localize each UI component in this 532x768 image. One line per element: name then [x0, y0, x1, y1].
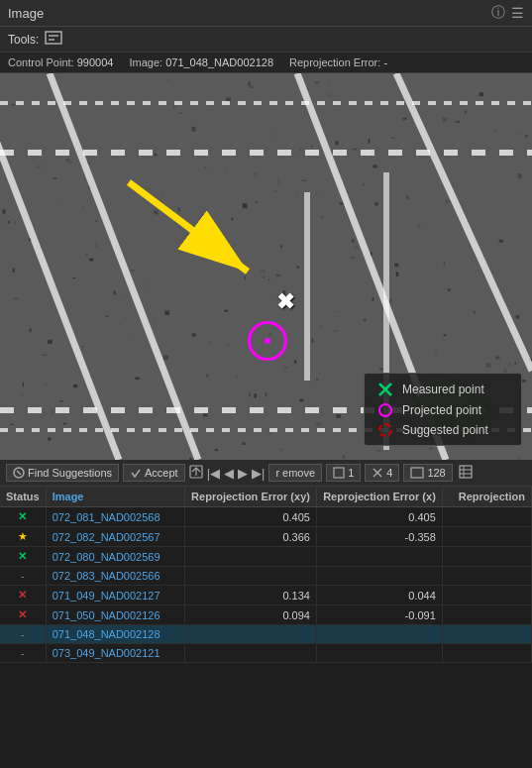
projected-label: Projected point [402, 403, 481, 417]
counter-x: 4 [365, 464, 399, 482]
cell-status: - [0, 567, 46, 586]
cell-repro [442, 625, 531, 644]
cell-repro-x: -0.091 [316, 605, 442, 625]
remove-label: r [275, 467, 279, 479]
cell-repro-x [316, 644, 442, 663]
image-viewport[interactable]: ✖ Measured point Projected point Suggest… [0, 73, 532, 460]
col-header-repro-x: Reprojection Error (x) [316, 487, 442, 507]
cell-status: ✕ [0, 605, 46, 625]
table-row[interactable]: - 071_048_NAD002128 [0, 625, 532, 644]
measured-label: Measured point [402, 383, 484, 396]
table-row[interactable]: ★ 072_082_NAD002567 0.366 -0.358 [0, 527, 532, 547]
tools-bar: Tools: [0, 27, 532, 53]
nav-prev-icon[interactable]: ◀ [224, 466, 234, 481]
cell-repro-x: -0.358 [316, 527, 442, 547]
remove-button[interactable]: remove [268, 464, 322, 482]
help-icon[interactable]: ⓘ [491, 4, 505, 22]
tools-icon[interactable] [45, 30, 62, 49]
nav-next-icon[interactable]: ▶ [238, 466, 248, 481]
legend-projected: Projected point [376, 403, 509, 417]
cell-repro [442, 605, 531, 625]
table-view-icon[interactable] [459, 465, 473, 481]
cell-repro [442, 507, 531, 527]
find-suggestions-button[interactable]: Find Suggestions [6, 464, 119, 482]
magenta-projected-circle [248, 321, 287, 361]
suggested-label: Suggested point [402, 423, 488, 437]
cell-image: 072_080_NAD002569 [46, 547, 184, 567]
toolbar-transfer-icon[interactable] [189, 465, 203, 481]
cell-repro-x [316, 625, 442, 644]
cell-image: 072_083_NAD002566 [46, 567, 184, 586]
svg-rect-11 [334, 468, 344, 478]
suggested-icon [376, 423, 394, 437]
data-table-wrapper[interactable]: Status Image Reprojection Error (xy) Rep… [0, 487, 532, 705]
info-bar: Control Point: 990004 Image: 071_048_NAD… [0, 53, 532, 73]
table-row[interactable]: ✕ 071_049_NAD002127 0.134 0.044 [0, 586, 532, 605]
status-icon: - [21, 628, 25, 640]
window-title: Image [8, 6, 44, 21]
cell-status: - [0, 625, 46, 644]
cell-repro [442, 586, 531, 605]
col-header-image: Image [46, 487, 184, 507]
table-row[interactable]: - 073_049_NAD002121 [0, 644, 532, 663]
tools-label: Tools: [8, 33, 39, 47]
status-icon: ✕ [18, 589, 27, 601]
status-icon: - [21, 647, 25, 659]
table-row[interactable]: ✕ 072_080_NAD002569 [0, 547, 532, 567]
svg-rect-15 [460, 466, 472, 478]
cell-repro-xy: 0.094 [184, 605, 316, 625]
cell-repro-xy: 0.405 [184, 507, 316, 527]
measured-icon [376, 382, 394, 397]
crosshair-x-mark: ✖ [272, 289, 298, 315]
cell-repro [442, 527, 531, 547]
title-bar-icons: ⓘ ☰ [491, 4, 524, 22]
status-icon: ✕ [18, 608, 27, 620]
accept-button[interactable]: Accept [123, 464, 185, 482]
cell-status: ✕ [0, 547, 46, 567]
control-point-label: Control Point: 990004 [8, 56, 113, 68]
col-header-repro-xy: Reprojection Error (xy) [184, 487, 316, 507]
cell-repro-xy [184, 547, 316, 567]
counter-128: 128 [403, 464, 452, 482]
table-row[interactable]: ✕ 072_081_NAD002568 0.405 0.405 [0, 507, 532, 527]
cell-repro [442, 644, 531, 663]
status-icon: ✕ [18, 510, 27, 522]
cell-status: - [0, 644, 46, 663]
cell-image: 071_050_NAD002126 [46, 605, 184, 625]
title-bar: Image ⓘ ☰ [0, 0, 532, 27]
cell-image: 071_048_NAD002128 [46, 625, 184, 644]
svg-line-8 [17, 471, 21, 475]
nav-last-icon[interactable]: ▶| [252, 466, 265, 481]
magenta-center-dot [265, 338, 270, 344]
col-header-status: Status [0, 487, 46, 507]
cell-repro-x: 0.405 [316, 507, 442, 527]
legend-suggested: Suggested point [376, 423, 509, 437]
cell-repro-x [316, 567, 442, 586]
image-label: Image: 071_048_NAD002128 [129, 56, 273, 68]
data-table: Status Image Reprojection Error (xy) Rep… [0, 487, 532, 663]
nav-first-icon[interactable]: |◀ [207, 466, 220, 481]
table-row[interactable]: - 072_083_NAD002566 [0, 567, 532, 586]
reprojection-label: Reprojection Error: - [289, 56, 387, 68]
cell-repro-xy [184, 625, 316, 644]
cell-repro [442, 567, 531, 586]
cell-image: 071_049_NAD002127 [46, 586, 184, 605]
cell-repro [442, 547, 531, 567]
col-header-repro: Reprojection [442, 487, 531, 507]
table-header-row: Status Image Reprojection Error (xy) Rep… [0, 487, 532, 507]
cell-status: ✕ [0, 507, 46, 527]
svg-rect-0 [46, 32, 61, 44]
bottom-toolbar: Find Suggestions Accept |◀ ◀ ▶ ▶| remove… [0, 460, 532, 487]
cell-status: ✕ [0, 586, 46, 605]
projected-icon [376, 403, 394, 417]
cell-repro-x [316, 547, 442, 567]
status-icon: - [21, 570, 25, 582]
cell-image: 072_081_NAD002568 [46, 507, 184, 527]
menu-icon[interactable]: ☰ [511, 5, 524, 21]
legend-box: Measured point Projected point Suggested… [364, 373, 522, 446]
cell-image: 072_082_NAD002567 [46, 527, 184, 547]
cell-repro-xy [184, 644, 316, 663]
table-row[interactable]: ✕ 071_050_NAD002126 0.094 -0.091 [0, 605, 532, 625]
cell-status: ★ [0, 527, 46, 547]
cell-repro-xy [184, 567, 316, 586]
